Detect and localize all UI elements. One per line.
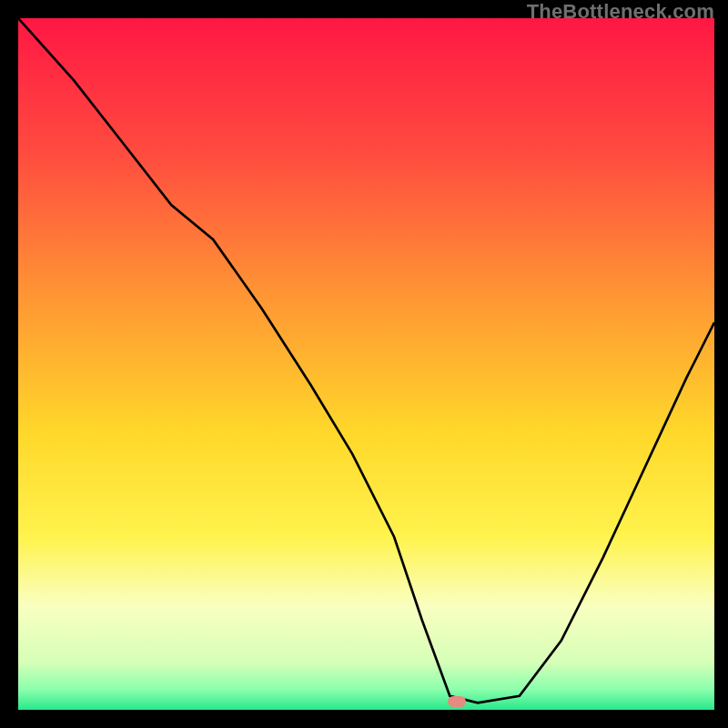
bottleneck-curve xyxy=(18,18,714,703)
optimal-marker xyxy=(448,696,466,707)
curve-layer xyxy=(18,18,714,710)
chart-frame: TheBottleneck.com xyxy=(0,0,728,728)
plot-area xyxy=(18,18,714,710)
watermark-text: TheBottleneck.com xyxy=(527,0,714,24)
